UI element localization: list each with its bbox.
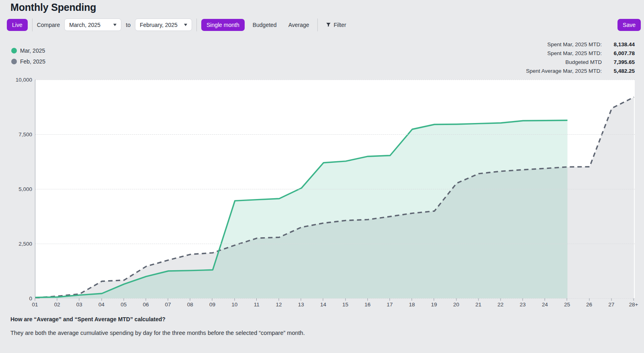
area-fill-feb-2025 <box>35 97 634 298</box>
x-axis-tick-label: 11 <box>254 302 260 308</box>
single-month-button[interactable]: Single month <box>201 19 245 31</box>
y-axis-tick-label: 7,500 <box>18 131 32 138</box>
x-axis-tick-label: 17 <box>386 302 393 308</box>
tick-mark <box>345 298 346 301</box>
tick-mark <box>234 298 235 301</box>
stat-label: Budgeted MTD <box>526 59 602 65</box>
stat-label: Spent Mar, 2025 MTD: <box>526 41 602 47</box>
x-axis-tick: 03 <box>76 298 82 308</box>
filter-funnel-icon <box>326 22 331 27</box>
x-axis-tick: 06 <box>143 298 149 308</box>
stat-value: 6,007.78 <box>606 50 635 56</box>
average-button[interactable]: Average <box>285 19 313 31</box>
gridline <box>35 244 635 244</box>
stat-value: 8,138.44 <box>606 41 635 47</box>
x-axis-tick: 20 <box>453 298 459 308</box>
gridline <box>35 189 635 189</box>
x-axis-tick: 18 <box>409 298 415 308</box>
chart-legend: Mar, 2025Feb, 2025 <box>11 47 45 65</box>
chevron-down-icon <box>184 24 187 26</box>
tick-mark <box>256 298 257 301</box>
x-axis-tick-label: 08 <box>187 302 193 308</box>
x-axis-tick: 14 <box>320 298 326 308</box>
compare-from-value: March, 2025 <box>69 22 100 28</box>
legend-dot-icon <box>11 48 17 53</box>
x-axis-tick-label: 06 <box>143 302 149 308</box>
chevron-down-icon <box>113 24 117 26</box>
footnote-answer: They are both the average cumulative spe… <box>10 330 305 336</box>
x-axis-tick-label: 15 <box>342 302 348 308</box>
tick-mark <box>545 298 545 301</box>
x-axis-tick: 11 <box>254 298 260 308</box>
x-axis-tick-label: 23 <box>520 302 526 308</box>
filter-button[interactable]: Filter <box>322 19 350 31</box>
area-fill-mar-2025 <box>35 120 567 298</box>
legend-label: Mar, 2025 <box>20 47 45 54</box>
chart-section: Mar, 2025Feb, 2025 Spent Mar, 2025 MTD:8… <box>0 36 644 313</box>
x-axis-tick-label: 04 <box>98 302 104 308</box>
x-axis-tick: 15 <box>342 298 348 308</box>
x-axis-tick-label: 18 <box>409 302 415 308</box>
tick-mark <box>478 298 478 301</box>
tick-mark <box>79 298 80 301</box>
x-axis-tick-label: 12 <box>276 302 282 308</box>
tick-mark <box>57 298 57 301</box>
x-axis-tick: 25 <box>564 298 570 308</box>
tick-mark <box>634 298 634 301</box>
tick-mark <box>611 298 611 301</box>
tick-mark <box>145 298 146 301</box>
legend-item: Feb, 2025 <box>11 58 45 65</box>
gridline <box>35 134 635 135</box>
legend-label: Feb, 2025 <box>20 58 45 65</box>
tick-mark <box>301 298 301 301</box>
tick-mark <box>567 298 567 301</box>
tick-mark <box>389 298 390 301</box>
x-axis-tick: 13 <box>298 298 304 308</box>
live-button[interactable]: Live <box>7 19 28 31</box>
x-axis-tick: 12 <box>276 298 282 308</box>
tick-mark <box>123 298 124 301</box>
x-axis-tick: 21 <box>475 298 481 308</box>
x-axis-tick: 01 <box>32 298 38 308</box>
x-axis-tick: 27 <box>608 298 614 308</box>
tick-mark <box>168 298 168 301</box>
x-axis-tick-label: 07 <box>165 302 171 308</box>
x-axis-tick: 23 <box>520 298 526 308</box>
x-axis-tick: 02 <box>54 298 60 308</box>
compare-to-select[interactable]: February, 2025 <box>135 18 192 31</box>
x-axis-tick-label: 26 <box>586 302 592 308</box>
tick-mark <box>279 298 279 301</box>
stat-label: Spent Mar, 2025 MTD: <box>526 50 602 56</box>
compare-from-select[interactable]: March, 2025 <box>64 18 121 31</box>
x-axis-tick: 22 <box>497 298 503 308</box>
budgeted-button[interactable]: Budgeted <box>249 19 280 31</box>
save-button[interactable]: Save <box>617 19 641 31</box>
toolbar-divider <box>317 18 318 31</box>
x-axis-tick-label: 21 <box>475 302 481 308</box>
to-label: to <box>126 22 131 28</box>
x-axis-tick-label: 14 <box>320 302 326 308</box>
x-axis-tick-label: 22 <box>497 302 503 308</box>
x-axis-tick: 19 <box>431 298 437 308</box>
x-axis-tick-label: 20 <box>453 302 459 308</box>
stat-value: 7,395.65 <box>606 59 635 65</box>
x-axis-tick-label: 03 <box>76 302 82 308</box>
y-axis-tick-label: 10,000 <box>16 77 32 83</box>
x-axis-tick: 08 <box>187 298 193 308</box>
mtd-stats: Spent Mar, 2025 MTD:8,138.44Spent Mar, 2… <box>526 41 635 74</box>
tick-mark <box>412 298 412 301</box>
compare-label: Compare <box>37 22 60 28</box>
x-axis-tick-label: 24 <box>542 302 548 308</box>
stat-value: 5,482.25 <box>606 68 635 74</box>
x-axis-tick-label: 01 <box>32 302 38 308</box>
x-axis-labels: 0102030405060708091011121314151617181920… <box>35 298 634 309</box>
tick-mark <box>35 298 35 301</box>
x-axis-tick-label: 19 <box>431 302 437 308</box>
page-title: Monthly Spending <box>10 2 96 13</box>
plot-area: 02,5005,0007,50010,000 <box>35 80 635 298</box>
tick-mark <box>434 298 434 301</box>
filter-label: Filter <box>334 22 346 28</box>
x-axis-tick: 24 <box>542 298 548 308</box>
tick-mark <box>456 298 456 301</box>
x-axis-tick-label: 10 <box>231 302 237 308</box>
